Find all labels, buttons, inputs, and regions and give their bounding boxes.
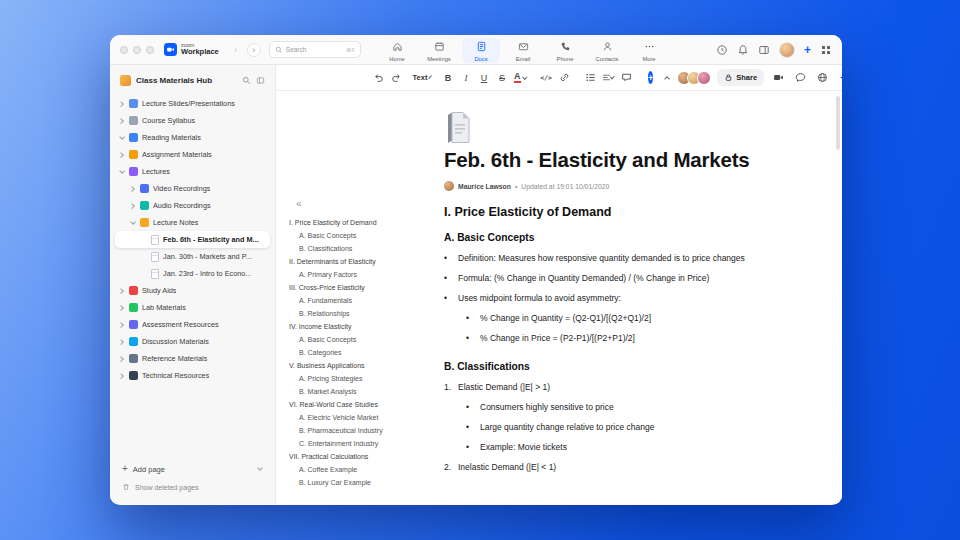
user-avatar[interactable] [779,42,795,58]
comment-icon[interactable] [618,70,634,86]
notifications-icon[interactable] [737,44,749,56]
sidebar-item[interactable]: Discussion Materials [115,333,270,350]
sidebar-item[interactable]: Lab Materials [115,299,270,316]
toc-item[interactable]: A. Electric Vehicle Market [289,411,431,424]
sidebar-item[interactable]: Lectures [115,163,270,180]
toc-item[interactable]: A. Pricing Strategies [289,372,431,385]
chevron-right-icon[interactable] [119,288,125,294]
tab-more[interactable]: More [630,38,668,63]
sidebar-item[interactable]: Reading Materials [115,129,270,146]
underline-button[interactable]: U [476,70,492,86]
chevron-down-icon[interactable] [119,135,125,141]
back-icon[interactable]: ‹ [229,43,243,57]
sidebar-item[interactable]: Jan. 30th - Markets and P... [115,248,270,265]
chevron-right-icon[interactable] [119,305,125,311]
chevron-right-icon[interactable] [119,339,125,345]
toc-item[interactable]: I. Price Elasticity of Demand [289,216,431,229]
toc-item[interactable]: B. Market Analysis [289,385,431,398]
toc-item[interactable]: III. Cross-Price Elasticity [289,281,431,294]
new-meeting-plus-icon[interactable]: + [804,44,811,56]
language-globe-icon[interactable] [814,70,830,86]
sidebar-item[interactable]: Study Aids [115,282,270,299]
font-color-button[interactable]: A [512,70,528,86]
chevron-right-icon[interactable] [119,101,125,107]
sidebar-item[interactable]: Audio Recordings [115,197,270,214]
collapse-outline-icon[interactable]: « [296,199,302,209]
toc-item[interactable]: VI. Real-World Case Studies [289,398,431,411]
apps-grid-icon[interactable] [820,44,832,56]
sidebar-item[interactable]: Video Recordings [115,180,270,197]
toc-item[interactable]: B. Luxury Car Example [289,476,431,489]
sidebar-item[interactable]: Jan. 23rd - Intro to Econo... [115,265,270,282]
strikethrough-button[interactable]: S [494,70,510,86]
tab-email[interactable]: Email [504,38,542,63]
chat-icon[interactable] [792,70,808,86]
bold-button[interactable]: B [440,70,456,86]
chevron-down-icon[interactable] [130,220,136,226]
code-icon[interactable]: </> [538,70,554,86]
side-panel-icon[interactable] [758,44,770,56]
toc-item[interactable]: A. Primary Factors [289,268,431,281]
sidebar-item[interactable]: Course Syllabus [115,112,270,129]
tab-contacts[interactable]: Contacts [588,38,626,63]
italic-button[interactable]: I [458,70,474,86]
toc-item[interactable]: A. Basic Concepts [289,229,431,242]
toc-item[interactable]: VII. Practical Calculations [289,450,431,463]
chevron-right-icon[interactable] [119,373,125,379]
toc-item[interactable]: B. Classifications [289,242,431,255]
toc-item[interactable]: A. Basic Concepts [289,333,431,346]
tab-home[interactable]: Home [378,38,416,63]
bulleted-list-icon[interactable] [582,70,598,86]
window-controls[interactable] [120,46,154,54]
toc-item[interactable]: C. Entertainment Industry [289,437,431,450]
more-options-icon[interactable] [836,70,842,86]
chevron-right-icon[interactable] [130,203,136,209]
sidebar-item[interactable]: Technical Resources [115,367,270,384]
sidebar-item[interactable]: Lecture Slides/Presentations [115,95,270,112]
scrollbar[interactable] [836,96,840,150]
sidebar-item[interactable]: Feb. 6th - Elasticity and M... [115,231,270,248]
toc-item[interactable]: B. Categories [289,346,431,359]
tab-meetings[interactable]: Meetings [420,38,458,63]
share-button[interactable]: Share [717,69,764,86]
video-icon[interactable] [770,70,786,86]
collaborator-avatar[interactable] [697,71,711,85]
toc-item[interactable]: B. Pharmaceutical Industry [289,424,431,437]
add-page-button[interactable]: + Add page [122,461,263,477]
align-dropdown[interactable] [600,70,616,86]
link-icon[interactable] [556,70,572,86]
show-deleted-pages-button[interactable]: Show deleted pages [122,480,263,494]
tab-docs[interactable]: Docs [462,38,500,63]
toc-item[interactable]: B. Relationships [289,307,431,320]
chevron-down-icon[interactable] [257,466,263,472]
sidebar-item[interactable]: Reference Materials [115,350,270,367]
minimize-window-icon[interactable] [133,46,141,54]
maximize-window-icon[interactable] [146,46,154,54]
toc-item[interactable]: A. Coffee Example [289,463,431,476]
toc-item[interactable]: V. Business Applications [289,359,431,372]
forward-icon[interactable]: › [247,43,261,57]
chevron-right-icon[interactable] [119,356,125,362]
sidebar-item[interactable]: Assignment Materials [115,146,270,163]
insert-block-button[interactable]: + [648,71,653,84]
sidebar-search-icon[interactable] [242,76,251,85]
chevron-right-icon[interactable] [130,186,136,192]
history-icon[interactable] [716,44,728,56]
collapse-toolbar-icon[interactable] [659,70,675,86]
chevron-right-icon[interactable] [119,152,125,158]
chevron-down-icon[interactable] [119,169,125,175]
text-style-dropdown[interactable]: Text [414,70,430,86]
document-content[interactable]: I. Price Elasticity of DemandA. Basic Co… [444,205,842,477]
toc-item[interactable]: IV. Income Elasticity [289,320,431,333]
toc-item[interactable]: A. Fundamentals [289,294,431,307]
global-search[interactable]: Search ⌘F [269,41,361,58]
undo-icon[interactable] [370,70,386,86]
chevron-right-icon[interactable] [119,322,125,328]
collapse-sidebar-icon[interactable] [256,76,265,85]
redo-icon[interactable] [388,70,404,86]
tab-phone[interactable]: Phone [546,38,584,63]
chevron-right-icon[interactable] [119,118,125,124]
sidebar-item[interactable]: Assessment Resources [115,316,270,333]
close-window-icon[interactable] [120,46,128,54]
toc-item[interactable]: II. Determinants of Elasticity [289,255,431,268]
